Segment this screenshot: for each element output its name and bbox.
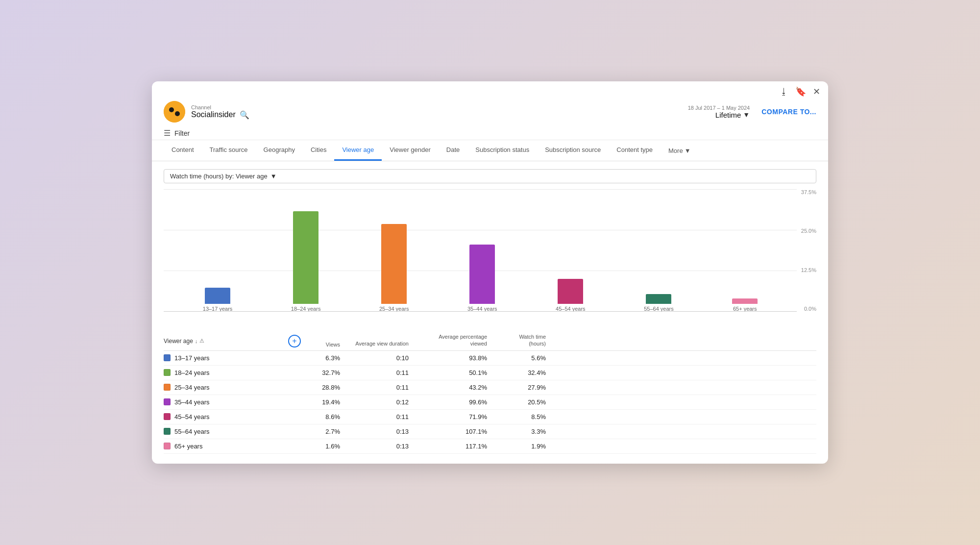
date-range-text: 18 Jul 2017 – 1 May 2024: [688, 105, 750, 111]
color-box-5: [164, 428, 171, 435]
tab-subscription-source[interactable]: Subscription source: [537, 140, 609, 161]
download-icon[interactable]: ⭳: [780, 87, 788, 97]
td-views-0: 6.3%: [301, 354, 340, 362]
td-label-6: 65+ years: [164, 443, 301, 450]
tabs: Content Traffic source Geography Cities …: [152, 140, 828, 161]
y-label-mid2: 12.5%: [801, 267, 816, 273]
filter-label: Filter: [174, 129, 190, 137]
table-section: Viewer age ↓ ⚠ + Views Average view dura…: [152, 330, 828, 454]
bar-group-5: 55–64 years: [644, 294, 674, 312]
td-avg-pct-0: 93.8%: [409, 354, 487, 362]
title-bar: ⭳ 🔖 ✕: [152, 81, 828, 97]
td-watch-time-4: 8.5%: [487, 413, 546, 421]
table-row: 18–24 years 32.7% 0:11 50.1% 32.4%: [164, 366, 816, 380]
table-row: 25–34 years 28.8% 0:11 43.2% 27.9%: [164, 380, 816, 395]
lifetime-row[interactable]: Lifetime ▼: [688, 111, 750, 119]
svg-point-4: [170, 112, 173, 115]
svg-point-0: [164, 101, 185, 123]
lifetime-text: Lifetime: [715, 111, 741, 119]
title-bar-icons: ⭳ 🔖 ✕: [780, 86, 820, 97]
channel-name-group: Channel Socialinsider 🔍: [191, 104, 249, 120]
tab-geography[interactable]: Geography: [256, 140, 303, 161]
y-label-top: 37.5%: [801, 189, 816, 195]
color-box-2: [164, 384, 171, 391]
tab-content-type[interactable]: Content type: [609, 140, 661, 161]
td-watch-time-0: 5.6%: [487, 354, 546, 362]
close-icon[interactable]: ✕: [813, 86, 820, 97]
sort-icon[interactable]: ↓: [195, 338, 198, 344]
table-row: 65+ years 1.6% 0:13 117.1% 1.9%: [164, 439, 816, 454]
svg-point-2: [175, 111, 180, 116]
bookmark-icon[interactable]: 🔖: [795, 86, 806, 97]
td-avg-pct-4: 71.9%: [409, 413, 487, 421]
bar-group-4: 45–54 years: [556, 279, 586, 312]
td-watch-time-3: 20.5%: [487, 398, 546, 406]
td-label-4: 45–54 years: [164, 413, 301, 421]
td-avg-duration-6: 0:13: [340, 443, 409, 450]
y-label-mid1: 25.0%: [801, 228, 816, 234]
color-box-4: [164, 413, 171, 420]
bars-wrapper: 13–17 years 18–24 years 25–34 years 35–4…: [164, 189, 797, 312]
th-avg-duration: Average view duration: [340, 340, 409, 347]
bar-5[interactable]: [646, 294, 671, 304]
bar-2[interactable]: [381, 224, 407, 304]
filter-icon[interactable]: ☰: [164, 128, 171, 138]
td-avg-pct-2: 43.2%: [409, 384, 487, 391]
y-label-bottom: 0.0%: [801, 306, 816, 312]
tab-traffic-source[interactable]: Traffic source: [202, 140, 256, 161]
th-viewer-age: Viewer age ↓ ⚠ +: [164, 335, 301, 347]
tab-viewer-age[interactable]: Viewer age: [334, 140, 382, 161]
tab-content[interactable]: Content: [164, 140, 202, 161]
th-views: Views: [301, 342, 340, 347]
compare-button[interactable]: COMPARE TO...: [761, 108, 816, 116]
color-box-1: [164, 369, 171, 376]
td-label-0: 13–17 years: [164, 354, 301, 362]
td-avg-duration-2: 0:11: [340, 384, 409, 391]
table-row: 13–17 years 6.3% 0:10 93.8% 5.6%: [164, 351, 816, 366]
td-avg-pct-6: 117.1%: [409, 443, 487, 450]
td-views-5: 2.7%: [301, 428, 340, 435]
x-axis-line: [164, 311, 797, 312]
tab-more[interactable]: More ▼: [661, 141, 699, 160]
td-avg-pct-5: 107.1%: [409, 428, 487, 435]
svg-point-1: [169, 107, 174, 112]
bar-1[interactable]: [293, 211, 318, 304]
chevron-down-icon: ▼: [685, 147, 691, 154]
td-watch-time-2: 27.9%: [487, 384, 546, 391]
td-avg-duration-3: 0:12: [340, 398, 409, 406]
color-box-0: [164, 354, 171, 361]
svg-point-3: [176, 108, 179, 111]
bar-3[interactable]: [469, 245, 495, 304]
tab-subscription-status[interactable]: Subscription status: [467, 140, 537, 161]
td-label-2: 25–34 years: [164, 384, 301, 391]
td-avg-duration-1: 0:11: [340, 369, 409, 376]
date-range-section: 18 Jul 2017 – 1 May 2024 Lifetime ▼: [688, 105, 750, 119]
bar-0[interactable]: [205, 288, 230, 304]
search-icon[interactable]: 🔍: [240, 110, 249, 120]
tab-date[interactable]: Date: [439, 140, 467, 161]
bar-group-3: 35–44 years: [467, 245, 497, 312]
dropdown-arrow-icon: ▼: [743, 111, 750, 119]
main-window: ⭳ 🔖 ✕ Channel Socialinsider 🔍: [152, 81, 828, 464]
table-row: 45–54 years 8.6% 0:11 71.9% 8.5%: [164, 410, 816, 424]
bar-6[interactable]: [732, 298, 758, 304]
bar-group-2: 25–34 years: [379, 224, 409, 312]
chart-type-dropdown[interactable]: Watch time (hours) by: Viewer age ▼: [164, 169, 816, 183]
td-avg-duration-0: 0:10: [340, 354, 409, 362]
th-watch-time: Watch time(hours): [487, 333, 546, 347]
td-avg-duration-4: 0:11: [340, 413, 409, 421]
td-views-2: 28.8%: [301, 384, 340, 391]
tab-cities[interactable]: Cities: [303, 140, 335, 161]
add-column-button[interactable]: +: [288, 335, 301, 347]
table-row: 55–64 years 2.7% 0:13 107.1% 3.3%: [164, 424, 816, 439]
tab-viewer-gender[interactable]: Viewer gender: [382, 140, 439, 161]
bar-4[interactable]: [558, 279, 583, 304]
td-views-1: 32.7%: [301, 369, 340, 376]
bar-chart: 37.5% 25.0% 12.5% 0.0% 13–17 years 18–24…: [164, 189, 816, 326]
td-label-1: 18–24 years: [164, 369, 301, 376]
td-label-5: 55–64 years: [164, 428, 301, 435]
dropdown-chevron-icon: ▼: [270, 173, 277, 180]
td-views-6: 1.6%: [301, 443, 340, 450]
bar-group-1: 18–24 years: [291, 211, 321, 312]
td-views-3: 19.4%: [301, 398, 340, 406]
